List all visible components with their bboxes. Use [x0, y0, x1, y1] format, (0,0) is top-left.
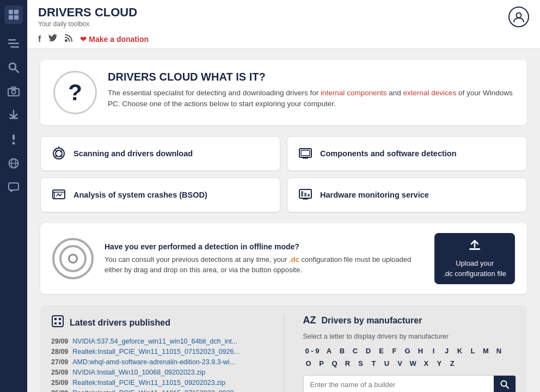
svg-rect-2 [9, 15, 13, 20]
upload-label-2: .dc configuration file [443, 270, 506, 278]
sidebar-item-menu[interactable] [4, 34, 23, 53]
offline-text: Have you ever performed a detection in o… [105, 242, 424, 275]
letter-S[interactable]: S [355, 358, 366, 369]
svg-rect-14 [13, 134, 15, 140]
letter-A[interactable]: A [324, 346, 335, 356]
hero-icon: ? [53, 71, 97, 114]
svg-rect-42 [59, 322, 61, 324]
svg-rect-40 [59, 318, 61, 320]
manufacturers-section: AZ Drivers by manufacturer Select a lett… [303, 315, 517, 392]
driver-list: 29/09 NVIDIA:537.54_geforce_win11_win10_… [51, 338, 265, 392]
svg-rect-32 [301, 191, 303, 197]
manufacturers-title: Drivers by manufacturer [322, 316, 422, 326]
letter-T[interactable]: T [369, 358, 379, 369]
twitter-link[interactable] [48, 34, 57, 44]
offline-description: You can consult your previous detections… [105, 254, 424, 275]
letter-X[interactable]: X [421, 358, 432, 369]
letter-grid: 0 - 9 A B C D E F G H I J K L M N O P [303, 346, 517, 369]
action-components[interactable]: Components and software detection [287, 136, 527, 171]
hero-card: ? DRIVERS CLOUD WHAT IS IT? The essentia… [40, 60, 527, 125]
scan-icon [51, 145, 67, 162]
rss-link[interactable] [65, 34, 72, 44]
manufacturer-search-input[interactable] [304, 376, 494, 392]
letter-C[interactable]: C [350, 346, 361, 356]
letter-W[interactable]: W [408, 358, 419, 369]
letter-J[interactable]: J [441, 346, 452, 356]
header: DRIVERS CLOUD Your daily toolbox f ❤ Mak… [27, 0, 540, 49]
action-hardware[interactable]: Hardware monitoring service [287, 177, 527, 212]
svg-rect-41 [54, 322, 57, 324]
letter-Z[interactable]: Z [447, 358, 458, 369]
action-hardware-label: Hardware monitoring service [320, 191, 429, 199]
offline-card: Have you ever performed a detection in o… [40, 223, 527, 294]
latest-drivers-header: Latest drivers published [51, 315, 265, 331]
sidebar-item-screenshot[interactable] [4, 82, 23, 101]
letter-0-9[interactable]: 0 - 9 [303, 346, 322, 356]
donate-link[interactable]: ❤ Make a donation [80, 35, 149, 44]
driver-link[interactable]: Realtek:Install_PCIE_Win11_11015_0715202… [72, 389, 239, 392]
crashes-icon [51, 187, 67, 203]
svg-rect-4 [8, 39, 16, 41]
manufacturers-header: AZ Drivers by manufacturer [303, 315, 517, 326]
letter-I[interactable]: I [428, 346, 439, 356]
manufacturer-search-button[interactable] [494, 376, 516, 392]
action-crashes[interactable]: Analysis of system crashes (BSOD) [40, 177, 280, 212]
letter-B[interactable]: B [337, 346, 348, 356]
sidebar-item-search[interactable] [4, 58, 23, 77]
svg-rect-35 [303, 198, 308, 200]
sidebar-item-globe[interactable] [4, 154, 23, 173]
facebook-link[interactable]: f [38, 34, 41, 44]
driver-link[interactable]: Realtek:Install_PCIE_Win11_11015_0920202… [72, 379, 225, 387]
letter-R[interactable]: R [342, 358, 353, 369]
sidebar-item-alert[interactable] [4, 130, 23, 149]
hero-description: The essential specialist for detecting a… [108, 88, 514, 110]
action-scan[interactable]: Scanning and drivers download [40, 136, 280, 171]
svg-rect-0 [9, 10, 13, 14]
letter-Y[interactable]: Y [434, 358, 445, 369]
driver-item: 28/09 Realtek:Install_PCIE_Win11_11015_0… [51, 348, 265, 356]
action-grid: Scanning and drivers download Components… [40, 136, 527, 212]
letter-E[interactable]: E [376, 346, 387, 356]
letter-F[interactable]: F [389, 346, 400, 356]
svg-rect-33 [304, 193, 306, 197]
latest-drivers-title: Latest drivers published [70, 318, 170, 328]
driver-link[interactable]: Realtek:Install_PCIE_Win11_11015_0715202… [72, 348, 239, 356]
letter-Q[interactable]: Q [329, 358, 340, 369]
letter-H[interactable]: H [415, 346, 426, 356]
letter-M[interactable]: M [481, 346, 492, 356]
letter-D[interactable]: D [363, 346, 374, 356]
heart-icon: ❤ [80, 35, 87, 44]
letter-N[interactable]: N [494, 346, 505, 356]
svg-rect-34 [308, 194, 310, 197]
driver-date: 27/09 [51, 358, 68, 366]
brand-subtitle: Your daily toolbox [38, 20, 137, 28]
section-divider [284, 315, 284, 392]
letter-P[interactable]: P [316, 358, 327, 369]
driver-link[interactable]: NVIDIA:Install_Win10_10068_09202023.zip [72, 369, 205, 376]
driver-date: 25/09 [51, 379, 68, 387]
sidebar-item-download[interactable] [4, 106, 23, 125]
svg-rect-39 [54, 318, 57, 320]
upload-dc-button[interactable]: Upload your .dc configuration file [434, 233, 515, 284]
offline-title: Have you ever performed a detection in o… [105, 242, 424, 251]
driver-link[interactable]: AMD:whql-amd-software-adrenalin-edition-… [72, 358, 235, 366]
sidebar-item-chat[interactable] [4, 177, 23, 197]
driver-link[interactable]: NVIDIA:537.54_geforce_win11_win10_64bit_… [72, 338, 237, 345]
hero-text: DRIVERS CLOUD WHAT IS IT? The essential … [108, 71, 514, 110]
letter-K[interactable]: K [455, 346, 465, 356]
svg-line-8 [15, 69, 19, 72]
letter-U[interactable]: U [382, 358, 392, 369]
svg-point-10 [12, 90, 16, 94]
action-components-label: Components and software detection [320, 149, 457, 158]
svg-rect-3 [14, 15, 19, 20]
letter-L[interactable]: L [468, 346, 478, 356]
letter-V[interactable]: V [395, 358, 406, 369]
svg-rect-27 [303, 157, 308, 159]
user-account-button[interactable] [508, 7, 529, 27]
svg-rect-1 [14, 10, 19, 14]
letter-O[interactable]: O [303, 358, 314, 369]
svg-rect-36 [469, 248, 480, 250]
letter-G[interactable]: G [402, 346, 413, 356]
components-icon [297, 145, 314, 162]
driver-item: 25/09 NVIDIA:Install_Win10_10068_0920202… [51, 369, 265, 376]
